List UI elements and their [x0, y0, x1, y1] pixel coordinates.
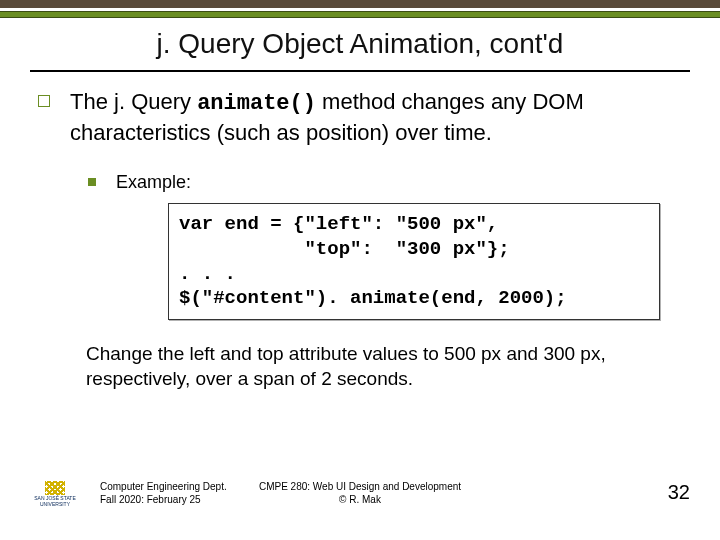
code-block: var end = {"left": "500 px", "top": "300… — [168, 203, 660, 320]
title-text: j. Query Object Animation, cont'd — [157, 28, 564, 59]
footer-center: CMPE 280: Web UI Design and Development … — [0, 480, 720, 506]
filled-square-bullet-icon — [88, 178, 96, 186]
hollow-square-bullet-icon — [38, 95, 50, 107]
explanation-text: Change the left and top attribute values… — [86, 342, 666, 391]
top-bar — [0, 0, 720, 8]
content-area: The j. Query animate() method changes an… — [38, 88, 678, 391]
top-stripe — [0, 11, 720, 18]
slide-title: j. Query Object Animation, cont'd — [0, 28, 720, 60]
slide: j. Query Object Animation, cont'd The j.… — [0, 0, 720, 540]
bullet1-prefix: The j. Query — [70, 89, 197, 114]
bullet-level1: The j. Query animate() method changes an… — [38, 88, 678, 147]
title-underline — [30, 70, 690, 72]
footer-center-line1: CMPE 280: Web UI Design and Development — [259, 481, 461, 492]
bullet1-code: animate() — [197, 91, 316, 116]
bullet2-text: Example: — [116, 172, 191, 193]
bullet-level2: Example: — [88, 172, 678, 193]
footer-center-line2: © R. Mak — [339, 494, 381, 505]
page-number: 32 — [668, 481, 690, 504]
bullet1-text: The j. Query animate() method changes an… — [70, 88, 678, 147]
